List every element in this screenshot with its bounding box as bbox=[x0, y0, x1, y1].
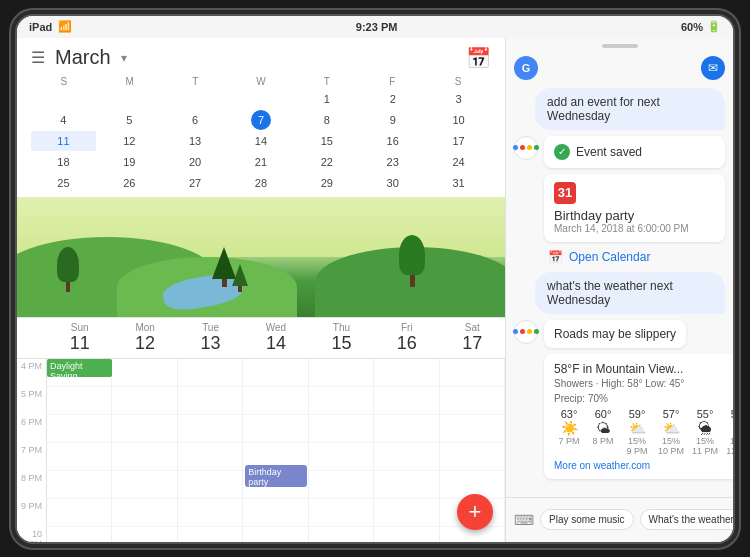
weather-hour-9pm: 59° ⛅ 15% 9 PM bbox=[622, 408, 652, 456]
weather-card-row: 58°F in Mountain View... Showers · High:… bbox=[514, 354, 725, 479]
mini-day-28[interactable]: 28 bbox=[229, 173, 294, 193]
mini-day-17[interactable]: 17 bbox=[426, 131, 491, 151]
assistant-avatar-2 bbox=[514, 320, 538, 344]
day-col-fri[interactable] bbox=[374, 359, 439, 542]
mini-day-23[interactable]: 23 bbox=[360, 152, 425, 172]
week-day-mon[interactable]: Mon 12 bbox=[112, 322, 177, 354]
birthday-party-card[interactable]: 31 Birthday party March 14, 2018 at 6:00… bbox=[544, 174, 725, 242]
week-day-tue[interactable]: Tue 13 bbox=[178, 322, 243, 354]
time-10pm: 10 PM bbox=[17, 527, 46, 542]
status-bar: iPad 📶 9:23 PM 60% 🔋 bbox=[17, 16, 733, 38]
mini-day[interactable] bbox=[229, 89, 294, 109]
mini-day-27[interactable]: 27 bbox=[163, 173, 228, 193]
mini-day-2[interactable]: 2 bbox=[360, 89, 425, 109]
birthday-party-event[interactable]: Birthday party bbox=[245, 465, 306, 487]
mini-day-4[interactable]: 4 bbox=[31, 110, 96, 130]
day-col-tue[interactable] bbox=[178, 359, 243, 542]
dot-yellow bbox=[527, 145, 532, 150]
weather-hour-7pm: 63° ☀️ 7 PM bbox=[554, 408, 584, 456]
add-event-fab[interactable]: + bbox=[457, 494, 493, 530]
week-day-thu[interactable]: Thu 15 bbox=[309, 322, 374, 354]
keyboard-button[interactable]: ⌨ bbox=[514, 506, 534, 534]
mini-day-29[interactable]: 29 bbox=[294, 173, 359, 193]
calendar-grid-icon[interactable]: 📅 bbox=[466, 46, 491, 70]
day-col-thu[interactable] bbox=[309, 359, 374, 542]
mini-day-12[interactable]: 12 bbox=[97, 131, 162, 151]
mini-day-10[interactable]: 10 bbox=[426, 110, 491, 130]
weather-main-icon: 🌧 bbox=[732, 362, 733, 388]
birthday-card-row: 31 Birthday party March 14, 2018 at 6:00… bbox=[514, 174, 725, 242]
suggestion-play-music[interactable]: Play some music bbox=[540, 509, 634, 530]
calendar-panel: ☰ March ▾ 📅 S M T W T F S bbox=[17, 38, 505, 542]
day-name: Tue bbox=[178, 322, 243, 333]
time-7pm: 7 PM bbox=[17, 443, 46, 471]
device-frame: iPad 📶 9:23 PM 60% 🔋 ☰ March ▾ 📅 bbox=[15, 14, 735, 544]
status-left: iPad 📶 bbox=[29, 20, 72, 33]
mini-day[interactable] bbox=[163, 89, 228, 109]
mini-day-1[interactable]: 1 bbox=[294, 89, 359, 109]
mini-day-19[interactable]: 19 bbox=[97, 152, 162, 172]
week-day-sun[interactable]: Sun 11 bbox=[47, 322, 112, 354]
wifi-icon: 📶 bbox=[58, 20, 72, 33]
day-col-wed[interactable] bbox=[243, 359, 308, 542]
mini-day-16[interactable]: 16 bbox=[360, 131, 425, 151]
month-title[interactable]: March bbox=[55, 46, 111, 69]
user-avatar[interactable]: G bbox=[514, 56, 538, 80]
weather-card[interactable]: 58°F in Mountain View... Showers · High:… bbox=[544, 354, 733, 479]
weather-hour-8pm: 60° 🌤 8 PM bbox=[588, 408, 618, 456]
event-saved-row: ✓ Event saved bbox=[514, 136, 725, 168]
mini-day-5[interactable]: 5 bbox=[97, 110, 162, 130]
day-header-w: W bbox=[228, 76, 294, 87]
open-calendar-row: 📅 Open Calendar bbox=[514, 248, 725, 266]
mini-day-24[interactable]: 24 bbox=[426, 152, 491, 172]
menu-icon[interactable]: ☰ bbox=[31, 48, 45, 67]
dot-green bbox=[534, 145, 539, 150]
day-num: 15 bbox=[309, 333, 374, 354]
day-header-t2: T bbox=[294, 76, 360, 87]
roads-slippery-bubble: Roads may be slippery bbox=[544, 320, 686, 348]
mini-day-21[interactable]: 21 bbox=[229, 152, 294, 172]
main-content: ☰ March ▾ 📅 S M T W T F S bbox=[17, 38, 733, 542]
week-day-fri[interactable]: Fri 16 bbox=[374, 322, 439, 354]
ipad-label: iPad bbox=[29, 21, 52, 33]
mini-day-18[interactable]: 18 bbox=[31, 152, 96, 172]
assistant-avatar-1 bbox=[514, 136, 538, 160]
day-name: Sat bbox=[440, 322, 505, 333]
weather-more-link[interactable]: More on weather.com bbox=[554, 460, 733, 471]
suggestion-weather-tomo[interactable]: What's the weather tomo bbox=[640, 509, 733, 530]
month-arrow[interactable]: ▾ bbox=[121, 51, 127, 65]
day-name: Mon bbox=[112, 322, 177, 333]
status-right: 60% 🔋 bbox=[681, 20, 721, 33]
week-day-wed[interactable]: Wed 14 bbox=[243, 322, 308, 354]
event-date-badge: 31 bbox=[554, 182, 576, 204]
dot-red bbox=[520, 145, 525, 150]
mini-day-22[interactable]: 22 bbox=[294, 152, 359, 172]
event-saved-content: ✓ Event saved bbox=[554, 144, 715, 160]
mini-day-20[interactable]: 20 bbox=[163, 152, 228, 172]
mini-day-7-today[interactable]: 7 bbox=[251, 110, 271, 130]
mini-day-30[interactable]: 30 bbox=[360, 173, 425, 193]
mini-day-25[interactable]: 25 bbox=[31, 173, 96, 193]
mini-day-9[interactable]: 9 bbox=[360, 110, 425, 130]
mini-day-15[interactable]: 15 bbox=[294, 131, 359, 151]
mini-day-6[interactable]: 6 bbox=[163, 110, 228, 130]
daylight-saving-event[interactable]: Daylight Saving bbox=[47, 359, 112, 377]
weather-hour-10pm: 57° ⛅ 15% 10 PM bbox=[656, 408, 686, 456]
open-calendar-icon: 📅 bbox=[548, 250, 563, 264]
mini-cal-grid: 1 2 3 4 5 6 7 8 9 10 11 12 13 14 15 bbox=[31, 89, 491, 193]
mini-day-11[interactable]: 11 bbox=[31, 131, 96, 151]
mini-day-26[interactable]: 26 bbox=[97, 173, 162, 193]
mini-day-14[interactable]: 14 bbox=[229, 131, 294, 151]
email-button[interactable]: ✉ bbox=[701, 56, 725, 80]
day-col-sun[interactable] bbox=[47, 359, 112, 542]
mini-day-13[interactable]: 13 bbox=[163, 131, 228, 151]
week-day-sat[interactable]: Sat 17 bbox=[440, 322, 505, 354]
mini-day[interactable] bbox=[31, 89, 96, 109]
mini-day-3[interactable]: 3 bbox=[426, 89, 491, 109]
week-body: Daylight Saving Birthday party 4 PM 5 PM… bbox=[17, 359, 505, 542]
open-calendar-link[interactable]: 📅 Open Calendar bbox=[544, 248, 654, 266]
mini-day-31[interactable]: 31 bbox=[426, 173, 491, 193]
mini-day[interactable] bbox=[97, 89, 162, 109]
day-col-mon[interactable] bbox=[112, 359, 177, 542]
mini-day-8[interactable]: 8 bbox=[294, 110, 359, 130]
